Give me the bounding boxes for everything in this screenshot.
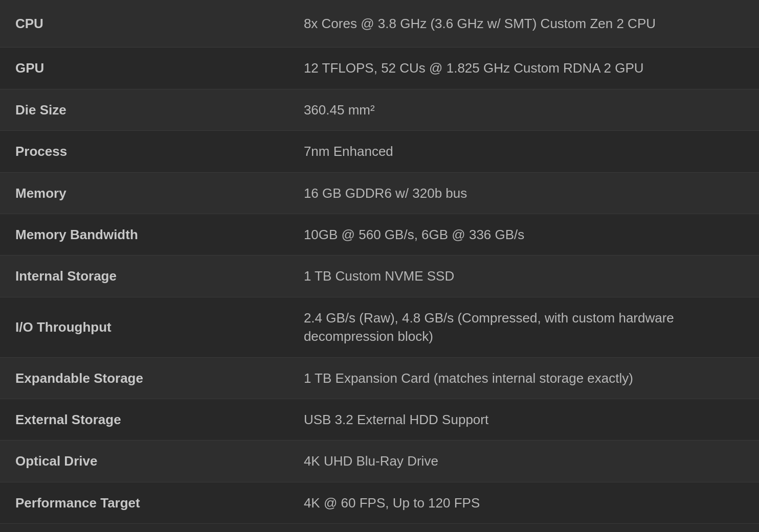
spec-label: GPU (0, 48, 288, 89)
table-row: GPU12 TFLOPS, 52 CUs @ 1.825 GHz Custom … (0, 48, 759, 89)
spec-value: 1 TB Custom NVME SSD (288, 256, 759, 297)
spec-value: 10GB @ 560 GB/s, 6GB @ 336 GB/s (288, 214, 759, 255)
table-row: Process7nm Enhanced (0, 131, 759, 172)
table-row: I/O Throughput2.4 GB/s (Raw), 4.8 GB/s (… (0, 297, 759, 357)
spec-label: I/O Throughput (0, 297, 288, 357)
table-row: External StorageUSB 3.2 External HDD Sup… (0, 399, 759, 440)
spec-value: 360.45 mm² (288, 89, 759, 130)
spec-label: Internal Storage (0, 256, 288, 297)
spec-label: External Storage (0, 399, 288, 440)
table-row: Memory Bandwidth10GB @ 560 GB/s, 6GB @ 3… (0, 214, 759, 255)
spec-value: 4K UHD Blu-Ray Drive (288, 441, 759, 482)
spec-label: Die Size (0, 89, 288, 130)
table-row: CPU8x Cores @ 3.8 GHz (3.6 GHz w/ SMT) C… (0, 0, 759, 48)
spec-label: Memory Bandwidth (0, 214, 288, 255)
spec-value: USB 3.2 External HDD Support (288, 399, 759, 440)
table-row: Optical Drive4K UHD Blu-Ray Drive (0, 441, 759, 482)
spec-value: 12 TFLOPS, 52 CUs @ 1.825 GHz Custom RDN… (288, 48, 759, 89)
table-row: Memory16 GB GDDR6 w/ 320b bus (0, 172, 759, 214)
table-row: Expandable Storage1 TB Expansion Card (m… (0, 357, 759, 399)
spec-value: 1 TB Expansion Card (matches internal st… (288, 357, 759, 399)
table-row: Die Size360.45 mm² (0, 89, 759, 130)
spec-label: Memory (0, 172, 288, 214)
spec-label: Optical Drive (0, 441, 288, 482)
spec-value: 4K @ 60 FPS, Up to 120 FPS (288, 482, 759, 523)
spec-value: 8x Cores @ 3.8 GHz (3.6 GHz w/ SMT) Cust… (288, 0, 759, 48)
table-row: Performance Target4K @ 60 FPS, Up to 120… (0, 482, 759, 523)
spec-label: CPU (0, 0, 288, 48)
spec-value: 16 GB GDDR6 w/ 320b bus (288, 172, 759, 214)
table-row: Internal Storage1 TB Custom NVME SSD (0, 256, 759, 297)
spec-label: Process (0, 131, 288, 172)
spec-label: Performance Target (0, 482, 288, 523)
spec-label: Expandable Storage (0, 357, 288, 399)
spec-value: 2.4 GB/s (Raw), 4.8 GB/s (Compressed, wi… (288, 297, 759, 357)
specs-table: CPU8x Cores @ 3.8 GHz (3.6 GHz w/ SMT) C… (0, 0, 759, 524)
spec-value: 7nm Enhanced (288, 131, 759, 172)
